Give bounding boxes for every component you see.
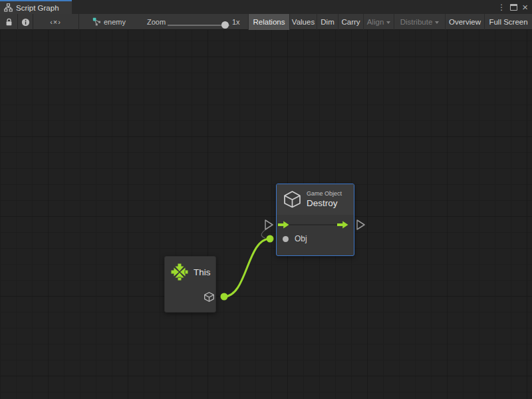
carry-button[interactable]: Carry	[338, 14, 363, 30]
graph-toolbar: ‹×› enemy Zoom 1x Relations Values Dim C…	[0, 14, 532, 30]
zoom-slider-track[interactable]	[168, 25, 229, 26]
lock-button[interactable]	[0, 14, 17, 30]
connection-source-dot[interactable]	[221, 293, 228, 301]
align-dropdown-button[interactable]: Align	[363, 14, 394, 30]
flow-output-triangle-port[interactable]	[357, 220, 364, 229]
align-button-label: Align	[367, 18, 384, 26]
graph-hierarchy-icon	[4, 3, 13, 12]
angle-x-icon: ‹×›	[50, 18, 61, 26]
obj-input-port[interactable]	[283, 236, 289, 242]
node-category-label: Game Object	[307, 190, 342, 197]
connection-target-dot[interactable]	[267, 235, 274, 243]
carry-button-label: Carry	[341, 18, 360, 26]
node-title-label: This	[194, 267, 211, 277]
graph-asset-breadcrumb[interactable]	[92, 14, 102, 30]
graph-canvas[interactable]: Game Object Destroy Obj This	[0, 30, 532, 399]
full-screen-button-label: Full Screen	[489, 18, 527, 26]
relation-curve	[261, 228, 268, 238]
connection-wire[interactable]	[224, 239, 270, 297]
obj-port-label: Obj	[295, 234, 307, 243]
chevron-down-icon	[386, 21, 390, 24]
tab-title: Script Graph	[16, 4, 59, 12]
info-icon	[21, 18, 30, 27]
zoom-value: 1x	[232, 14, 240, 30]
window-menu-icon[interactable]: ⋮	[497, 3, 505, 11]
node-destroy-header[interactable]: Game Object Destroy	[277, 184, 354, 215]
relations-button[interactable]: Relations	[248, 14, 289, 30]
chevron-down-icon	[435, 21, 439, 24]
lock-icon	[5, 18, 13, 27]
close-icon[interactable]: ×	[522, 2, 528, 12]
dim-button-label: Dim	[321, 18, 334, 26]
game-object-cube-icon	[282, 189, 303, 209]
window-controls: ⋮ ×	[497, 0, 532, 14]
dim-button[interactable]: Dim	[317, 14, 338, 30]
full-screen-button[interactable]: Full Screen	[484, 14, 532, 30]
info-button[interactable]	[18, 14, 33, 30]
graph-name-label[interactable]: enemy	[104, 14, 126, 30]
game-object-output-port[interactable]	[203, 291, 215, 303]
distribute-button-label: Distribute	[400, 18, 433, 26]
values-button[interactable]: Values	[289, 14, 317, 30]
code-view-toggle-button[interactable]: ‹×›	[33, 14, 78, 30]
distribute-dropdown-button[interactable]: Distribute	[394, 14, 445, 30]
tab-bar: Script Graph ⋮ ×	[0, 0, 532, 14]
flow-input-arrow-port[interactable]	[278, 221, 289, 229]
flow-output-arrow-port[interactable]	[337, 221, 348, 229]
relations-button-label: Relations	[253, 18, 285, 26]
overview-button[interactable]: Overview	[445, 14, 484, 30]
zoom-label: Zoom	[147, 14, 166, 30]
zoom-slider-handle[interactable]	[221, 21, 229, 29]
script-graph-asset-icon	[92, 17, 102, 27]
this-converge-arrows-icon	[170, 263, 189, 281]
values-button-label: Values	[292, 18, 315, 26]
flow-input-triangle-port[interactable]	[265, 220, 273, 229]
toolbar-button-group: Relations Values Dim Carry Align Distrib…	[248, 14, 532, 30]
node-this[interactable]: This	[164, 256, 216, 313]
tab-script-graph[interactable]: Script Graph	[0, 0, 72, 14]
connections-overlay	[0, 30, 532, 399]
node-title-label: Destroy	[307, 198, 338, 208]
node-destroy[interactable]: Game Object Destroy Obj	[276, 184, 354, 256]
overview-button-label: Overview	[449, 18, 481, 26]
maximize-icon[interactable]	[510, 4, 517, 11]
toolbar-divider	[78, 14, 79, 30]
flow-relation-line	[289, 224, 338, 225]
